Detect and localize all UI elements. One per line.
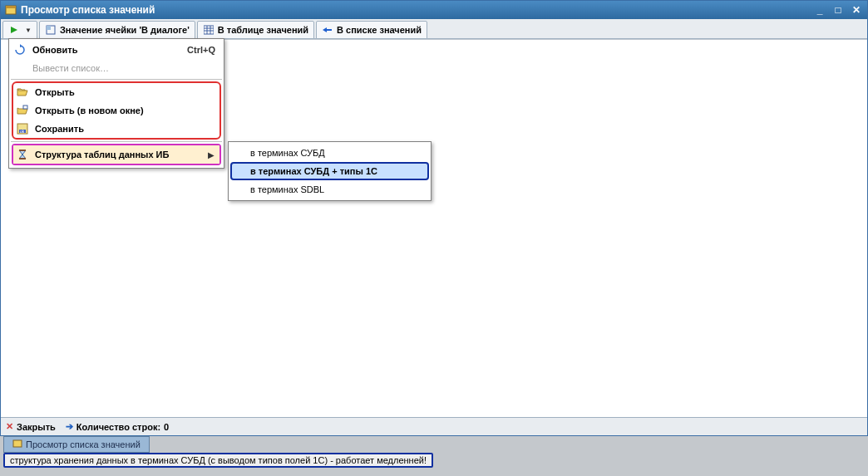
menu-group-file: Открыть Открыть (в новом окне) ok Сохран…: [12, 81, 221, 140]
status-bar: структура хранения данных в терминах СУБ…: [0, 453, 868, 468]
open-windows-bar: Просмотр списка значений: [0, 436, 868, 453]
svg-rect-13: [23, 106, 27, 109]
minimize-button[interactable]: _: [812, 3, 827, 17]
menu-item-export: Вывести список…: [11, 59, 222, 77]
close-action[interactable]: ✕ Закрыть: [6, 421, 56, 432]
cell-icon: [45, 24, 57, 36]
menu-export-label: Вывести список…: [32, 63, 219, 73]
hourglass-icon: [15, 147, 30, 162]
menu-open-new-label: Открыть (в новом окне): [35, 106, 216, 115]
menu-refresh-label: Обновить: [32, 45, 187, 55]
maximize-button[interactable]: □: [831, 3, 846, 17]
folder-open-icon: [15, 85, 30, 100]
submenu-sdbl-label: в терминах SDBL: [250, 184, 426, 194]
svg-marker-11: [323, 27, 327, 32]
menu-item-save[interactable]: ok Сохранить: [13, 120, 219, 138]
table-icon: [203, 24, 215, 36]
structure-submenu: в терминах СУБД в терминах СУБД + типы 1…: [228, 141, 432, 201]
menu-group-structure: Структура таблиц данных ИБ ▶: [12, 144, 221, 165]
rowcount-label: Количество строк:: [76, 422, 160, 432]
folder-new-window-icon: [15, 103, 30, 118]
app-footer: Просмотр списка значений структура хране…: [0, 436, 868, 476]
svg-rect-5: [204, 26, 214, 34]
status-text: структура хранения данных в терминах СУБ…: [3, 453, 433, 468]
menu-separator-2: [11, 141, 222, 142]
submenu-item-subd[interactable]: в терминах СУБД: [230, 144, 429, 162]
submenu-subd-label: в терминах СУБД: [250, 148, 426, 158]
menu-item-open[interactable]: Открыть: [13, 83, 219, 101]
save-icon: ok: [15, 121, 30, 136]
menu-structure-label: Структура таблиц данных ИБ: [35, 150, 208, 159]
window-title: Просмотр списка значений: [21, 4, 812, 16]
close-x-icon: ✕: [6, 421, 13, 432]
context-menu: Обновить Ctrl+Q Вывести список… Открыть: [8, 38, 224, 169]
svg-rect-19: [13, 440, 22, 447]
dropdown-arrow-icon: ▼: [25, 27, 32, 34]
menu-item-refresh[interactable]: Обновить Ctrl+Q: [11, 41, 222, 59]
close-label: Закрыть: [17, 422, 56, 432]
submenu-item-subd-1c[interactable]: в терминах СУБД + типы 1С: [230, 162, 429, 180]
tab-label: Просмотр списка значений: [26, 439, 141, 449]
cell-value-label: Значение ячейки 'В диалоге': [60, 25, 190, 35]
open-window-tab[interactable]: Просмотр списка значений: [3, 436, 150, 453]
app-icon: [4, 3, 17, 17]
svg-marker-2: [11, 27, 17, 33]
in-table-label: В таблице значений: [218, 25, 308, 35]
rowcount-item[interactable]: ➔ Количество строк: 0: [66, 421, 169, 432]
svg-rect-4: [47, 26, 51, 30]
rowcount-value: 0: [164, 422, 169, 432]
menu-item-structure[interactable]: Структура таблиц данных ИБ ▶: [13, 145, 219, 164]
window-controls: _ □ ✕: [812, 3, 864, 17]
in-table-button[interactable]: В таблице значений: [197, 21, 314, 39]
cell-value-button[interactable]: Значение ячейки 'В диалоге': [39, 21, 195, 39]
menu-open-label: Открыть: [35, 87, 216, 97]
submenu-subd-1c-label: в терминах СУБД + типы 1С: [250, 166, 424, 176]
toolbar: ▼ Значение ячейки 'В диалоге' В таблице …: [1, 19, 867, 39]
tab-icon: [12, 439, 22, 450]
menu-item-open-new[interactable]: Открыть (в новом окне): [13, 101, 219, 120]
bottom-bar: ✕ Закрыть ➔ Количество строк: 0: [1, 417, 867, 435]
submenu-item-sdbl[interactable]: в терминах SDBL: [230, 180, 429, 199]
menu-refresh-shortcut: Ctrl+Q: [187, 45, 219, 55]
svg-text:ok: ok: [20, 129, 25, 134]
arrow-right-icon: ➔: [66, 421, 73, 432]
in-list-button[interactable]: В списке значений: [316, 21, 427, 39]
close-button[interactable]: ✕: [849, 3, 864, 17]
list-arrow-icon: [322, 24, 333, 36]
blank-icon: [12, 61, 27, 76]
titlebar: Просмотр списка значений _ □ ✕: [1, 1, 867, 19]
menu-save-label: Сохранить: [35, 124, 216, 134]
play-icon: [8, 24, 20, 36]
refresh-icon: [12, 42, 27, 57]
in-list-label: В списке значений: [337, 25, 422, 35]
menu-separator: [11, 79, 222, 80]
submenu-arrow-icon: ▶: [208, 150, 216, 159]
run-button[interactable]: ▼: [2, 21, 37, 39]
svg-rect-1: [6, 6, 16, 8]
